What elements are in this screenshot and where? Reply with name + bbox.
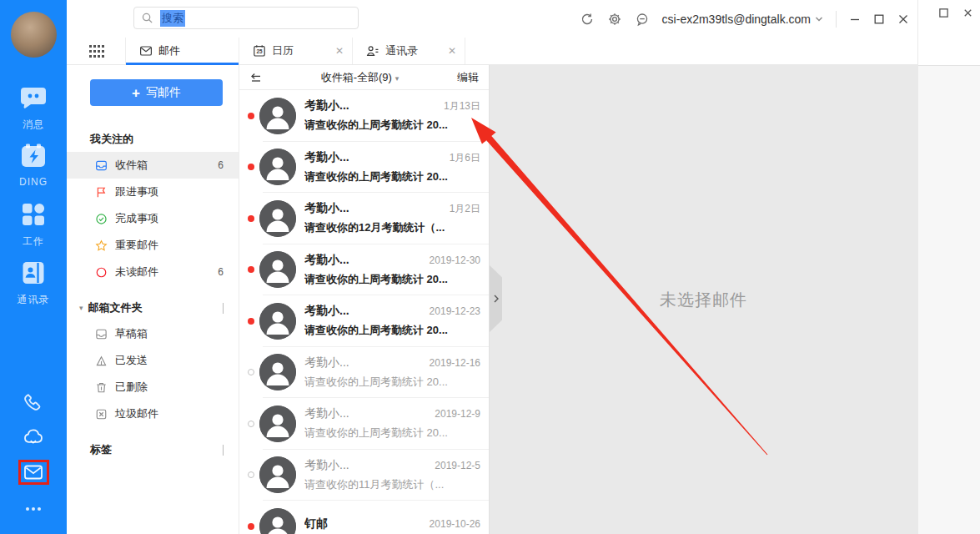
sidebar-folder-3[interactable]: 垃圾邮件 <box>67 400 239 427</box>
unread-count: 6 <box>218 266 224 278</box>
rail-item-label: 消息 <box>0 118 67 132</box>
mail-date: 2019-12-23 <box>425 305 480 317</box>
sidebar-folder-2[interactable]: 已删除 <box>67 374 239 400</box>
feedback-icon[interactable] <box>635 12 650 27</box>
tab-bar: 邮件 25 日历 ✕ 通讯录 ✕ <box>67 38 917 65</box>
app-grid-button[interactable] <box>67 38 125 64</box>
tab-label: 日历 <box>272 43 294 58</box>
collapse-list-icon[interactable] <box>249 71 263 84</box>
sender-avatar <box>259 251 296 288</box>
chevron-down-icon <box>815 15 823 23</box>
mail-preview: 请查收你的上周考勤统计 20... <box>304 323 480 338</box>
unread-dot <box>248 318 254 325</box>
mail-row[interactable]: 考勤小...2019-12-16请查收你的上周考勤统计 20... <box>239 347 489 399</box>
tab-close-icon[interactable]: ✕ <box>448 45 456 57</box>
bg-close-button[interactable] <box>962 7 973 22</box>
rail-item-2[interactable]: 工作 <box>0 200 67 249</box>
read-dot <box>248 421 254 427</box>
calendar-tab-icon: 25 <box>253 44 266 58</box>
avatar[interactable] <box>11 12 57 58</box>
sender-avatar <box>259 303 296 340</box>
mail-preview: 请查收你的11月考勤统计（... <box>304 477 480 492</box>
tab-calendar[interactable]: 25 日历 ✕ <box>239 38 352 64</box>
sidebar-folder-1[interactable]: 已发送 <box>67 347 239 374</box>
unread-dot <box>248 164 254 170</box>
mail-row[interactable]: 考勤小...2019-12-23请查收你的上周考勤统计 20... <box>239 295 489 347</box>
folder-label: 跟进事项 <box>115 184 158 199</box>
mail-date: 2019-12-9 <box>430 408 480 420</box>
annotation-highlight-box <box>18 460 49 485</box>
sidebar-item-4[interactable]: 未读邮件6 <box>67 259 239 285</box>
contacts-tab-icon <box>366 44 379 58</box>
mail-sender: 考勤小... <box>304 150 349 165</box>
minimize-button[interactable] <box>849 13 861 25</box>
tab-mail[interactable]: 邮件 <box>125 38 239 64</box>
mail-list-panel: 收件箱-全部(9)▾ 编辑 考勤小...1月13日请查收你的上周考勤统计 20.… <box>239 65 490 534</box>
mail-row[interactable]: 钉邮2019-10-26 <box>239 501 489 534</box>
compose-button[interactable]: + 写邮件 <box>90 79 223 106</box>
divider <box>836 11 837 28</box>
mail-date: 1月2日 <box>445 202 480 216</box>
bg-maximize-button[interactable] <box>938 7 949 22</box>
search-icon <box>141 12 153 24</box>
rail-item-3[interactable]: 通讯录 <box>0 259 67 307</box>
mail-sender: 考勤小... <box>304 201 349 216</box>
rail-item-0[interactable]: 消息 <box>0 83 67 132</box>
tab-close-icon[interactable]: ✕ <box>335 45 344 57</box>
background-window-body <box>918 66 980 534</box>
close-button[interactable] <box>897 13 909 25</box>
refresh-icon[interactable] <box>580 12 595 27</box>
tab-contacts[interactable]: 通讯录 ✕ <box>352 38 465 64</box>
mail-row[interactable]: 考勤小...2019-12-30请查收你的上周考勤统计 20... <box>239 244 489 296</box>
mail-row[interactable]: 考勤小...1月13日请查收你的上周考勤统计 20... <box>239 90 489 142</box>
edit-button[interactable]: 编辑 <box>457 70 479 85</box>
sidebar-item-2[interactable]: 完成事项 <box>67 205 239 232</box>
sender-avatar <box>259 354 296 390</box>
mail-sender: 考勤小... <box>304 304 349 319</box>
sidebar-item-1[interactable]: 跟进事项 <box>67 179 239 205</box>
drag-handle <box>223 303 224 314</box>
unread-dot <box>248 523 254 530</box>
mailbox-filter-dropdown[interactable]: 收件箱-全部(9)▾ <box>263 70 457 85</box>
app-rail: 消息DING工作通讯录 <box>0 0 67 534</box>
rail-tool-cloud-icon[interactable] <box>0 425 67 451</box>
mail-preview: 请查收你的上周考勤统计 20... <box>304 426 480 441</box>
reading-pane: 未选择邮件 <box>490 65 917 534</box>
mail-row[interactable]: 考勤小...2019-12-9请查收你的上周考勤统计 20... <box>239 398 489 450</box>
cloud-icon <box>22 436 45 451</box>
focus-item-list: 收件箱6跟进事项完成事项重要邮件未读邮件6 <box>67 152 239 285</box>
drafts-icon <box>95 328 108 340</box>
maximize-button[interactable] <box>873 13 885 25</box>
work-icon <box>19 200 48 229</box>
section-folders[interactable]: ▾ 邮箱文件夹 <box>67 295 239 320</box>
mail-date: 1月6日 <box>445 151 480 165</box>
contacts-book-icon <box>19 259 48 287</box>
sidebar-folder-0[interactable]: 草稿箱 <box>67 320 239 347</box>
settings-gear-icon[interactable] <box>607 12 622 27</box>
mail-date: 2019-10-26 <box>425 518 480 530</box>
rail-tool-more-icon[interactable] <box>0 497 67 524</box>
mail-sender: 考勤小... <box>304 458 349 473</box>
search-input[interactable]: 搜索 <box>133 7 359 29</box>
chat-icon <box>19 83 48 112</box>
sender-avatar <box>259 149 296 185</box>
tab-label: 通讯录 <box>385 43 418 58</box>
rail-tool-phone-icon[interactable] <box>0 390 67 417</box>
mail-sender: 钉邮 <box>304 516 328 531</box>
folder-label: 完成事项 <box>115 211 158 226</box>
mail-row[interactable]: 考勤小...1月2日请查收你的12月考勤统计（... <box>239 193 489 244</box>
mail-row[interactable]: 考勤小...2019-12-5请查收你的11月考勤统计（... <box>239 450 489 501</box>
mail-date: 2019-12-30 <box>425 254 480 266</box>
sender-avatar <box>259 200 296 237</box>
section-tags[interactable]: 标签 <box>67 437 239 462</box>
account-switcher[interactable]: csi-ex2m39tls@dingtalk.com <box>662 13 823 26</box>
drag-handle <box>223 445 224 456</box>
mail-row[interactable]: 考勤小...1月6日请查收你的上周考勤统计 20... <box>239 142 489 194</box>
rail-item-ding[interactable]: DING <box>0 142 67 188</box>
mail-sender: 考勤小... <box>304 253 349 268</box>
mail-preview: 请查收你的上周考勤统计 20... <box>304 375 480 390</box>
sidebar-item-0[interactable]: 收件箱6 <box>67 152 239 179</box>
sidebar-item-3[interactable]: 重要邮件 <box>67 232 239 259</box>
mail-tab-icon <box>139 44 153 58</box>
folder-label: 重要邮件 <box>115 238 158 253</box>
